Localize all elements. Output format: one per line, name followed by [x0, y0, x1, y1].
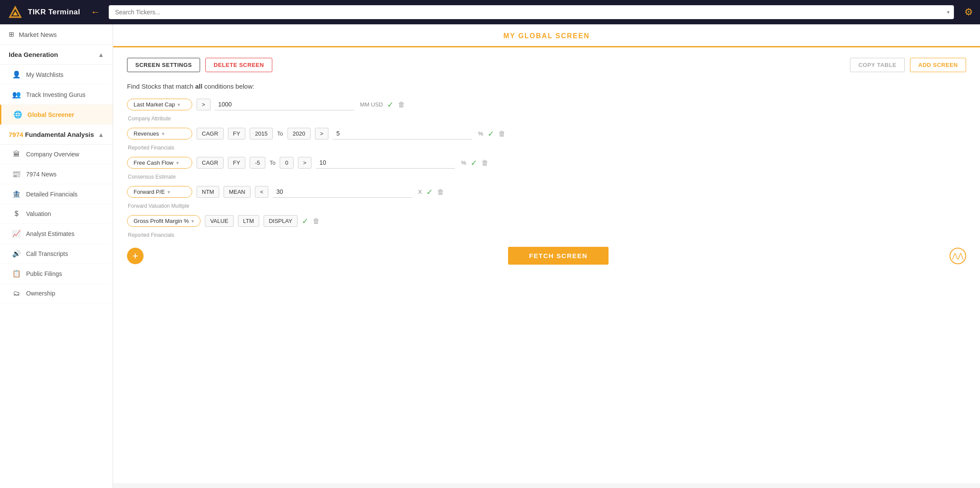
sidebar-section-fundamental-analysis[interactable]: 7974 Fundamental Analysis ▲ — [0, 125, 113, 145]
filter-period-revenues[interactable]: CAGR — [197, 128, 224, 139]
sidebar-item-analyst-estimates[interactable]: 📈 Analyst Estimates — [0, 224, 113, 244]
sidebar-section-idea-generation[interactable]: Idea Generation ▲ — [0, 45, 113, 65]
filter-freq-forward-pe[interactable]: MEAN — [224, 186, 251, 198]
sidebar-item-my-watchlists[interactable]: 👤 My Watchlists — [0, 65, 113, 85]
fetch-screen-button[interactable]: FETCH SCREEN — [508, 247, 609, 265]
valuation-icon: $ — [12, 210, 21, 218]
filter-trash-fcf[interactable]: 🗑 — [482, 159, 488, 167]
idea-generation-label: Idea Generation — [9, 51, 58, 58]
filter-trash-forward-pe[interactable]: 🗑 — [437, 188, 444, 196]
filter-tag-gpm-label: Gross Profit Margin % — [134, 218, 189, 224]
news-icon: 📰 — [12, 170, 21, 178]
main-content: MY GLOBAL SCREEN SCREEN SETTINGS DELETE … — [113, 24, 980, 488]
filter-sublabel-fcf: Consensus Estimate — [128, 174, 966, 180]
filter-trash-revenues[interactable]: 🗑 — [498, 130, 505, 138]
filter-unit-revenues: % — [478, 130, 483, 137]
filter-trash-gpm[interactable]: 🗑 — [313, 217, 320, 225]
valuation-label: Valuation — [26, 210, 104, 217]
filter-revenues-row: Revenues ▾ CAGR FY 2015 To 2020 > % ✓ 🗑 — [127, 128, 966, 141]
financials-icon: 🏦 — [12, 190, 21, 198]
filter-tag-fcf[interactable]: Free Cash Flow ▾ — [127, 157, 192, 169]
filter-check-market-cap[interactable]: ✓ — [387, 100, 394, 110]
sidebar-item-global-screener[interactable]: 🌐 Global Screener — [0, 105, 113, 125]
fundamental-analysis-label: Fundamental Analysis — [25, 131, 94, 138]
filter-value-forward-pe[interactable] — [273, 186, 412, 198]
filter-trash-market-cap[interactable]: 🗑 — [398, 101, 405, 109]
filter-period-forward-pe[interactable]: NTM — [197, 186, 219, 198]
filter-revenues-wrap: Revenues ▾ CAGR FY 2015 To 2020 > % ✓ 🗑 … — [127, 128, 966, 151]
filter-tag-market-cap[interactable]: Last Market Cap ▾ — [127, 99, 192, 110]
copy-table-button[interactable]: COPY TABLE — [850, 58, 905, 72]
bottom-row: + FETCH SCREEN ⋀⋀ — [127, 247, 966, 265]
filter-to-fcf: To — [270, 159, 276, 166]
gear-icon[interactable]: ⚙ — [964, 7, 973, 18]
scroll-top-button[interactable]: ⋀⋀ — [950, 248, 966, 264]
filter-check-forward-pe[interactable]: ✓ — [426, 187, 433, 197]
sidebar-item-company-overview[interactable]: 🏛 Company Overview — [0, 145, 113, 164]
filter-tag-forward-pe-label: Forward P/E — [134, 189, 165, 195]
filter-freq-gpm[interactable]: LTM — [238, 215, 259, 227]
filter-gpm-wrap: Gross Profit Margin % ▾ VALUE LTM DISPLA… — [127, 215, 966, 238]
filter-to-year-revenues[interactable]: 2020 — [288, 128, 311, 139]
filter-unit-forward-pe: X — [418, 189, 422, 195]
add-filter-button[interactable]: + — [127, 248, 144, 264]
screen-body: SCREEN SETTINGS DELETE SCREEN COPY TABLE… — [113, 47, 980, 483]
filter-value-market-cap[interactable] — [215, 99, 354, 110]
filter-period-gpm[interactable]: VALUE — [205, 215, 234, 227]
fundamental-count: 7974 — [9, 131, 23, 138]
filter-check-fcf[interactable]: ✓ — [471, 158, 477, 168]
filter-sublabel-market-cap: Company Attribute — [128, 116, 966, 122]
grid-icon: ⊞ — [9, 30, 14, 38]
back-button[interactable]: ← — [90, 7, 100, 18]
filter-check-revenues[interactable]: ✓ — [488, 129, 494, 139]
delete-screen-button[interactable]: DELETE SCREEN — [205, 58, 272, 72]
filter-operator-revenues[interactable]: > — [315, 128, 329, 139]
filter-value-revenues[interactable] — [333, 128, 472, 139]
filter-operator-market-cap[interactable]: > — [197, 99, 211, 110]
toolbar-right: COPY TABLE ADD SCREEN — [850, 58, 966, 72]
find-stocks-bold: all — [195, 83, 203, 90]
screen-header: MY GLOBAL SCREEN — [113, 24, 980, 47]
filter-freq-revenues[interactable]: FY — [228, 128, 246, 139]
filter-sublabel-gpm: Reported Financials — [128, 232, 966, 238]
app-header: TIKR Terminal ← ▾ ⚙ — [0, 0, 980, 24]
sidebar-item-detailed-financials[interactable]: 🏦 Detailed Financials — [0, 184, 113, 204]
filings-icon: 📋 — [12, 269, 21, 278]
sidebar-item-public-filings[interactable]: 📋 Public Filings — [0, 264, 113, 284]
analyst-estimates-label: Analyst Estimates — [26, 230, 104, 237]
filter-tag-revenues[interactable]: Revenues ▾ — [127, 128, 192, 139]
filter-forward-pe-row: Forward P/E ▾ NTM MEAN < X ✓ 🗑 — [127, 186, 966, 199]
filter-tag-forward-pe[interactable]: Forward P/E ▾ — [127, 186, 192, 198]
filter-value-fcf[interactable] — [316, 157, 455, 169]
filter-display-gpm[interactable]: DISPLAY — [264, 215, 298, 227]
sidebar-item-valuation[interactable]: $ Valuation — [0, 204, 113, 224]
filter-tag-forward-pe-chevron: ▾ — [167, 189, 170, 195]
sidebar-item-call-transcripts[interactable]: 🔊 Call Transcripts — [0, 244, 113, 264]
filter-fcf-wrap: Free Cash Flow ▾ CAGR FY -5 To 0 > % ✓ 🗑… — [127, 157, 966, 180]
filter-from-fcf[interactable]: -5 — [250, 157, 265, 169]
filter-check-gpm[interactable]: ✓ — [302, 216, 308, 226]
sidebar-item-market-news[interactable]: ⊞ Market News — [0, 24, 113, 45]
filter-period-fcf[interactable]: CAGR — [197, 157, 224, 169]
filter-tag-gpm-chevron: ▾ — [191, 218, 194, 224]
idea-generation-chevron: ▲ — [98, 51, 104, 58]
filter-freq-fcf[interactable]: FY — [228, 157, 246, 169]
filter-from-revenues[interactable]: 2015 — [250, 128, 273, 139]
filter-tag-fcf-label: Free Cash Flow — [134, 159, 174, 166]
add-screen-button[interactable]: ADD SCREEN — [910, 58, 966, 72]
filter-operator-fcf[interactable]: > — [298, 157, 312, 169]
filter-to-revenues: To — [277, 130, 283, 137]
filter-operator-forward-pe[interactable]: < — [255, 186, 269, 198]
app-body: ⊞ Market News Idea Generation ▲ 👤 My Wat… — [0, 24, 980, 488]
search-input[interactable] — [109, 5, 954, 19]
sidebar-item-track-investing-gurus[interactable]: 👥 Track Investing Gurus — [0, 85, 113, 105]
find-stocks-prefix: Find Stocks that match — [127, 83, 195, 90]
sidebar-item-news[interactable]: 📰 7974 News — [0, 164, 113, 184]
screen-settings-button[interactable]: SCREEN SETTINGS — [127, 58, 200, 72]
filter-unit-market-cap: MM USD — [360, 101, 383, 108]
sidebar-item-ownership[interactable]: 🗂 Ownership — [0, 284, 113, 303]
filter-tag-gpm[interactable]: Gross Profit Margin % ▾ — [127, 215, 201, 227]
screener-icon: 🌐 — [13, 110, 22, 119]
filter-forward-pe-wrap: Forward P/E ▾ NTM MEAN < X ✓ 🗑 Forward V… — [127, 186, 966, 209]
filter-to-year-fcf[interactable]: 0 — [280, 157, 293, 169]
